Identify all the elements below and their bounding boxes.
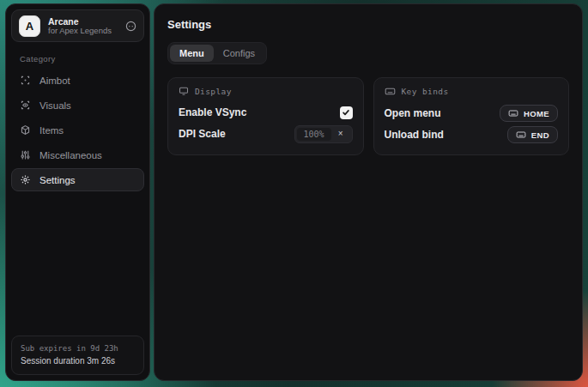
dpi-label: DPI Scale	[179, 128, 226, 140]
brand-text: Arcane for Apex Legends	[48, 16, 118, 36]
sidebar-item-label: Aimbot	[39, 76, 70, 86]
unload-keybind-button[interactable]: END	[507, 126, 558, 143]
monitor-icon	[179, 86, 189, 96]
open-menu-row: Open menu HOME	[385, 103, 559, 124]
open-menu-key: HOME	[524, 109, 549, 118]
display-card-title: Display	[195, 87, 232, 96]
sidebar: A Arcane for Apex Legends Category	[5, 3, 150, 381]
session-duration-text: Session duration 3m 26s	[21, 354, 135, 367]
app-subtitle: for Apex Legends	[48, 27, 118, 36]
sidebar-item-label: Visuals	[39, 100, 71, 111]
display-card: Display Enable VSync DPI Scale 100% ×	[167, 77, 364, 155]
page-title: Settings	[167, 18, 569, 31]
session-card: Sub expires in 9d 23h Session duration 3…	[11, 336, 144, 376]
keybinds-card-title: Key binds	[402, 87, 449, 96]
sidebar-item-label: Miscellaneous	[39, 150, 102, 160]
crosshair-icon	[20, 75, 31, 86]
sidebar-nav: Aimbot Visuals	[11, 69, 144, 191]
app-name: Arcane	[48, 16, 118, 27]
brand-card: A Arcane for Apex Legends	[11, 9, 144, 42]
vsync-label: Enable VSync	[179, 106, 246, 118]
tab-bar: Menu Configs	[167, 42, 267, 64]
eye-scan-icon	[20, 100, 31, 111]
unload-key: END	[531, 130, 549, 140]
keybinds-card-header: Key binds	[385, 86, 559, 97]
gear-icon	[20, 174, 31, 185]
tab-configs[interactable]: Configs	[214, 45, 264, 62]
sidebar-item-miscellaneous[interactable]: Miscellaneous	[11, 143, 144, 166]
cube-icon	[20, 124, 31, 136]
sidebar-item-label: Items	[39, 125, 64, 136]
keyboard-icon	[508, 108, 518, 118]
sub-expires-text: Sub expires in 9d 23h	[21, 343, 135, 355]
vsync-checkbox[interactable]	[340, 106, 353, 119]
unload-bind-label: Unload bind	[385, 129, 444, 141]
sidebar-item-settings[interactable]: Settings	[11, 168, 144, 191]
tab-menu[interactable]: Menu	[170, 45, 214, 62]
dpi-scale-control: 100% ×	[294, 125, 353, 143]
sidebar-item-aimbot[interactable]: Aimbot	[11, 69, 144, 92]
display-card-header: Display	[179, 86, 353, 96]
category-label: Category	[20, 54, 144, 63]
open-menu-keybind-button[interactable]: HOME	[500, 105, 558, 122]
sidebar-item-label: Settings	[39, 175, 76, 185]
app-window: A Arcane for Apex Legends Category	[5, 3, 583, 381]
main-panel: Settings Menu Configs Display	[154, 3, 583, 381]
dpi-row: DPI Scale 100% ×	[179, 124, 353, 144]
settings-cards: Display Enable VSync DPI Scale 100% ×	[167, 77, 569, 155]
sidebar-item-visuals[interactable]: Visuals	[11, 94, 144, 117]
unload-bind-row: Unload bind END	[385, 124, 559, 145]
app-logo: A	[19, 15, 40, 37]
sidebar-item-items[interactable]: Items	[11, 118, 144, 142]
keyboard-icon	[516, 130, 526, 140]
sliders-icon	[20, 149, 31, 160]
keybinds-card: Key binds Open menu HOME	[373, 77, 570, 155]
discord-icon[interactable]	[125, 21, 136, 32]
dpi-clear-button[interactable]: ×	[331, 130, 350, 138]
open-menu-label: Open menu	[385, 107, 441, 119]
vsync-row: Enable VSync	[179, 102, 353, 123]
keyboard-icon	[385, 86, 396, 97]
dpi-scale-input[interactable]: 100%	[297, 128, 331, 141]
